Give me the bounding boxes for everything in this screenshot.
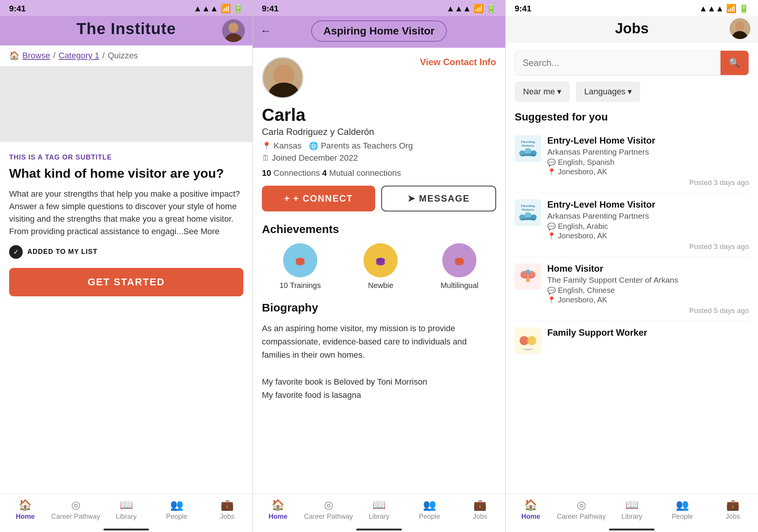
people-icon-3: 👥 [676, 499, 689, 511]
breadcrumb-current: Quizzes [108, 51, 138, 61]
connections-label: Connections [274, 168, 322, 178]
added-label: ADDED TO MY LIST [27, 248, 97, 256]
message-button[interactable]: ➤ MESSAGE [381, 186, 496, 211]
svg-point-5 [296, 258, 304, 263]
languages-filter[interactable]: Languages ▾ [576, 81, 640, 102]
job-card-2[interactable]: Home Visitor The Family Support Center o… [515, 257, 749, 321]
quiz-content: THIS IS A TAG OR SUBTITLE What kind of h… [0, 142, 252, 494]
status-time-3: 9:41 [515, 4, 531, 14]
trainings-badge [283, 243, 317, 277]
calendar-icon: 🗓 [262, 154, 269, 163]
nav-people-3[interactable]: 👥 People [657, 499, 708, 521]
language-icon-0: 💬 [547, 158, 556, 167]
svg-point-31 [527, 336, 536, 345]
pin-icon-0: 📍 [547, 168, 556, 176]
home-label-2: Home [269, 513, 288, 521]
profile-meta: 📍 Kansas 🌐 Parents as Teachers Org 🗓 Joi… [262, 141, 496, 163]
bottom-nav-3: 🏠 Home ◎ Career Pathway 📖 Library 👥 Peop… [506, 494, 758, 528]
nav-jobs-3[interactable]: 💼 Jobs [708, 499, 758, 521]
svg-point-9 [455, 258, 464, 263]
people-icon-2: 👥 [423, 499, 436, 511]
nav-career-3[interactable]: ◎ Career Pathway [556, 499, 606, 521]
near-me-filter[interactable]: Near me ▾ [515, 81, 570, 102]
institute-header: The Institute [0, 16, 252, 45]
globe-icon: 🌐 [309, 141, 318, 150]
connect-button[interactable]: + + CONNECT [262, 186, 375, 211]
job-lang-text-0: English, Spanish [558, 158, 614, 167]
bottom-nav-1: 🏠 Home ◎ Career Pathway 📖 Library 👥 Peop… [0, 494, 252, 528]
career-label-3: Career Pathway [557, 513, 606, 521]
library-label-1: Library [116, 513, 136, 521]
nav-home-3[interactable]: 🏠 Home [506, 499, 556, 521]
job-logo-1: Parenting Partners [515, 199, 541, 226]
job-card-3[interactable]: Support Family Support Worker [515, 321, 749, 360]
nav-home-2[interactable]: 🏠 Home [253, 499, 303, 521]
nav-career-2[interactable]: ◎ Career Pathway [303, 499, 354, 521]
jobs-icon-1: 💼 [221, 499, 234, 511]
language-icon-2: 💬 [547, 286, 556, 295]
status-icons-1: ▲▲▲ 📶 🔋 [194, 4, 243, 14]
bottom-nav-2: 🏠 Home ◎ Career Pathway 📖 Library 👥 Peop… [253, 494, 505, 528]
job-posted-0: Posted 3 days ago [547, 178, 749, 187]
job-location-0: 📍 Jonesboro, AK [547, 167, 749, 176]
connect-plus-icon: + [284, 193, 290, 204]
breadcrumb-sep-2: / [102, 51, 105, 61]
job-loc-text-1: Jonesboro, AK [558, 232, 607, 240]
job-logo-2 [515, 263, 541, 290]
wifi-icon-1: 📶 [221, 4, 231, 14]
nav-jobs-1[interactable]: 💼 Jobs [202, 499, 252, 521]
nav-jobs-2[interactable]: 💼 Jobs [455, 499, 505, 521]
connections-count: 10 [262, 168, 271, 178]
user-avatar-1[interactable] [222, 19, 245, 42]
get-started-button[interactable]: GET STARTED [9, 268, 243, 296]
job-card-0[interactable]: Parenting Partners Entry-Level Home Visi… [515, 129, 749, 193]
people-label-3: People [672, 513, 693, 521]
view-contact-button[interactable]: View Contact Info [420, 57, 496, 67]
home-label-3: Home [522, 513, 540, 521]
user-avatar-3[interactable] [730, 18, 750, 39]
job-row-3: Support Family Support Worker [515, 327, 749, 354]
people-label-1: People [166, 513, 187, 521]
svg-text:Support: Support [523, 348, 533, 351]
quiz-image [0, 66, 252, 142]
job-lang-text-2: English, Chinese [558, 286, 615, 295]
trainings-label: 10 Trainings [279, 281, 321, 290]
quiz-tag: THIS IS A TAG OR SUBTITLE [9, 153, 243, 161]
job-posted-2: Posted 5 days ago [547, 307, 749, 315]
battery-icon-3: 🔋 [739, 4, 749, 14]
jobs-label-3: Jobs [725, 513, 740, 521]
multilingual-label: Multilingual [440, 281, 478, 290]
job-loc-text-2: Jonesboro, AK [558, 296, 607, 304]
breadcrumb-browse[interactable]: Browse [22, 51, 50, 61]
people-icon-1: 👥 [170, 499, 183, 511]
home-label-1: Home [16, 513, 35, 521]
job-info-0: Entry-Level Home Visitor Arkansas Parent… [547, 135, 749, 187]
search-input[interactable] [515, 51, 720, 75]
job-title-2: Home Visitor [547, 263, 749, 274]
joined-item: 🗓 Joined December 2022 [262, 153, 358, 163]
back-button[interactable]: ← [260, 25, 271, 37]
battery-icon-1: 🔋 [233, 4, 243, 14]
nav-career-1[interactable]: ◎ Career Pathway [50, 499, 101, 521]
job-location-2: 📍 Jonesboro, AK [547, 296, 749, 304]
svg-text:Parenting: Parenting [521, 140, 535, 144]
breadcrumb-category[interactable]: Category 1 [58, 51, 99, 61]
home-icon-3: 🏠 [524, 499, 537, 511]
job-card-1[interactable]: Parenting Partners Entry-Level Home Visi… [515, 193, 749, 257]
nav-library-1[interactable]: 📖 Library [101, 499, 151, 521]
achievement-newbie: Newbie [363, 243, 398, 290]
location-item: 📍 Kansas [262, 141, 301, 151]
job-title-0: Entry-Level Home Visitor [547, 135, 749, 146]
search-row: 🔍 [515, 50, 749, 75]
career-icon-3: ◎ [577, 499, 586, 511]
nav-home-1[interactable]: 🏠 Home [0, 499, 50, 521]
job-row-0: Parenting Partners Entry-Level Home Visi… [515, 135, 749, 187]
nav-people-1[interactable]: 👥 People [152, 499, 202, 521]
nav-library-2[interactable]: 📖 Library [354, 499, 404, 521]
connections-row: 10 Connections 4 Mutual connections [262, 168, 496, 178]
jobs-title: Jobs [615, 20, 649, 37]
search-button[interactable]: 🔍 [720, 51, 749, 75]
nav-people-2[interactable]: 👥 People [404, 499, 455, 521]
nav-library-3[interactable]: 📖 Library [606, 499, 657, 521]
quiz-title: What kind of home visitor are you? [9, 165, 243, 182]
